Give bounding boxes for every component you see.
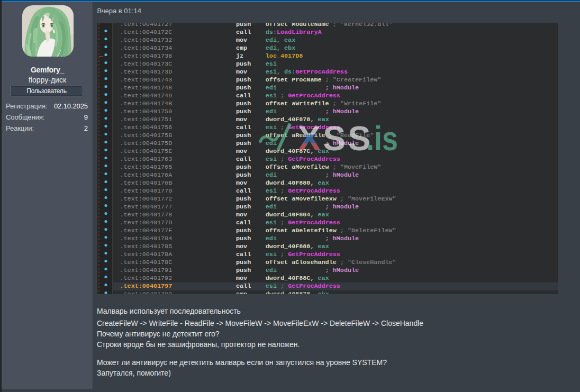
svg-text:X: X — [298, 120, 321, 158]
svg-text:.is: .is — [366, 120, 398, 158]
svg-text:S: S — [323, 120, 346, 158]
